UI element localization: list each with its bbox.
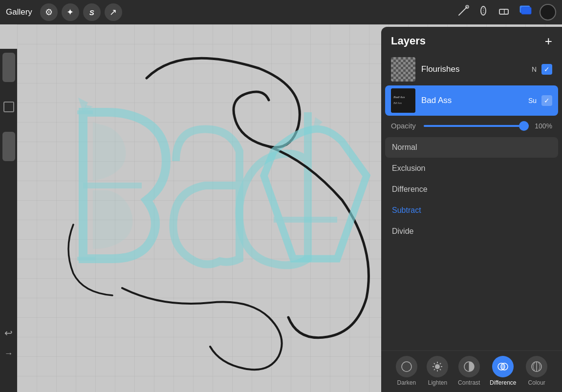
blend-modes-list: Normal Exclusion Difference Subtract Div… <box>381 135 562 244</box>
opacity-control: Opacity 100% <box>381 117 562 135</box>
arrow-icon[interactable]: ↗ <box>105 3 122 21</box>
svg-line-20 <box>434 363 435 364</box>
layer-name-flourishes: Flourishes <box>421 64 532 74</box>
gallery-button[interactable]: Gallery <box>6 7 32 17</box>
layer-visible-bad-ass[interactable]: ✓ <box>541 95 552 106</box>
layer-name-bad-ass: Bad Ass <box>421 96 528 105</box>
blend-difference-label: Difference <box>490 379 516 386</box>
add-layer-button[interactable]: + <box>545 35 552 47</box>
blend-darken-label: Darken <box>397 379 416 386</box>
smudge-icon[interactable]: S <box>83 3 101 21</box>
left-sidebar: ↩ → <box>0 49 17 392</box>
blend-mode-exclusion[interactable]: Exclusion <box>385 158 558 179</box>
toolbar-right <box>456 4 556 21</box>
bottom-blend-bar: Darken Lighten <box>381 351 562 392</box>
layer-mode-flourishes: N <box>532 65 537 73</box>
layers-toggle-icon[interactable] <box>518 4 532 21</box>
blend-contrast-button[interactable]: Contrast <box>458 356 480 386</box>
layer-mode-bad-ass: Su <box>528 97 537 104</box>
brush-icon[interactable] <box>456 4 469 20</box>
layer-thumbnail-bad-ass: Bad·Ass Bd·Ass <box>391 88 415 113</box>
blend-contrast-label: Contrast <box>458 379 480 386</box>
wrench-icon[interactable]: ⚙ <box>40 3 58 21</box>
color-picker[interactable] <box>540 4 556 21</box>
layer-visible-flourishes[interactable]: ✓ <box>541 64 552 75</box>
layers-title: Layers <box>391 35 426 47</box>
blend-mode-divide[interactable]: Divide <box>385 221 558 242</box>
layer-item-bad-ass[interactable]: Bad·Ass Bd·Ass Bad Ass Su ✓ <box>385 85 558 116</box>
svg-text:Bad·Ass: Bad·Ass <box>393 95 405 99</box>
svg-line-21 <box>440 369 441 370</box>
svg-line-22 <box>440 363 441 364</box>
blend-lighten-button[interactable]: Lighten <box>427 356 448 386</box>
brush-size-slider[interactable] <box>2 53 15 82</box>
svg-rect-4 <box>499 9 508 14</box>
opacity-thumb[interactable] <box>519 121 529 131</box>
layer-item-flourishes[interactable]: Flourishes N ✓ <box>385 54 558 84</box>
layer-thumbnail-flourishes <box>391 57 415 82</box>
layers-panel: Layers + Flourishes N ✓ Bad·Ass Bd·Ass B… <box>381 27 562 392</box>
smear-tool-icon[interactable] <box>477 4 490 20</box>
blend-mode-difference[interactable]: Difference <box>385 179 558 200</box>
undo-button[interactable]: ↩ <box>4 327 13 339</box>
svg-point-14 <box>402 362 411 371</box>
selection-tool[interactable] <box>3 102 14 112</box>
opacity-slider-vertical[interactable] <box>2 132 15 161</box>
blend-colour-label: Colour <box>528 379 545 386</box>
layers-header: Layers + <box>381 27 562 53</box>
opacity-label: Opacity <box>391 122 418 130</box>
blend-mode-normal[interactable]: Normal <box>385 137 558 158</box>
svg-rect-7 <box>521 7 531 14</box>
opacity-value: 100% <box>535 122 552 130</box>
svg-rect-11 <box>391 88 415 113</box>
svg-line-23 <box>434 369 435 370</box>
magic-wand-icon[interactable]: ✦ <box>62 3 79 21</box>
eraser-icon[interactable] <box>497 4 510 20</box>
top-toolbar: Gallery ⚙ ✦ S ↗ <box>0 0 562 24</box>
blend-colour-button[interactable]: Colour <box>526 356 547 386</box>
blend-darken-button[interactable]: Darken <box>396 356 417 386</box>
blend-difference-button[interactable]: Difference <box>490 356 516 386</box>
canvas-artwork <box>24 54 376 386</box>
opacity-slider[interactable] <box>424 125 529 127</box>
svg-text:Bd·Ass: Bd·Ass <box>393 102 402 104</box>
redo-button[interactable]: → <box>4 349 13 359</box>
blend-lighten-label: Lighten <box>428 379 447 386</box>
svg-point-15 <box>435 364 440 369</box>
blend-mode-subtract[interactable]: Subtract <box>385 200 558 221</box>
